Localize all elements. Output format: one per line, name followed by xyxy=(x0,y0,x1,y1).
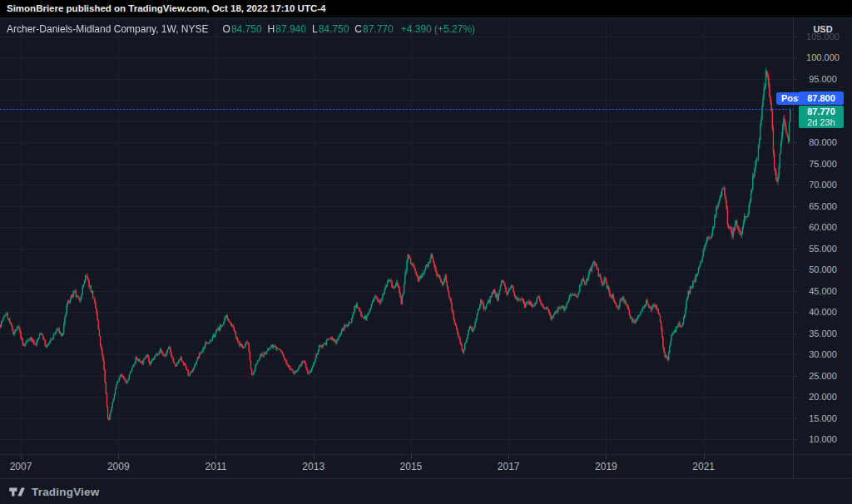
symbol-header: Archer-Daniels-Midland Company, 1W, NYSE… xyxy=(7,23,475,37)
ohlc-letter: C xyxy=(354,23,362,35)
year-tick xyxy=(21,455,22,459)
time-axis-label: 2009 xyxy=(107,461,130,472)
price-axis-label: 25.000 xyxy=(794,370,852,382)
price-axis-label: 50.000 xyxy=(794,264,852,275)
price-axis[interactable]: USD 105.000100.00095.00090.00085.00080.0… xyxy=(793,18,852,478)
time-axis-label: 2017 xyxy=(498,461,520,472)
price-axis-label: 100.000 xyxy=(794,52,852,63)
ohlc-value: 87.940 xyxy=(275,23,306,35)
year-tick xyxy=(606,455,607,459)
tradingview-wordmark[interactable]: TradingView xyxy=(32,486,99,498)
price-axis-label: 10.000 xyxy=(794,433,852,445)
price-axis-label: 60.000 xyxy=(794,221,852,233)
attribution-bar: TradingView xyxy=(0,478,852,504)
price-axis-label: 70.000 xyxy=(794,179,852,190)
publish-bar: SimonBriere published on TradingView.com… xyxy=(0,0,852,17)
ohlc-value: 84.750 xyxy=(319,23,349,35)
year-tick xyxy=(215,455,216,459)
price-axis-label: 105.000 xyxy=(794,31,852,42)
ohlc-values: O84.750H87.940L84.750C87.770 xyxy=(217,23,394,35)
price-axis-label: 20.000 xyxy=(794,391,852,403)
price-axis-label: 55.000 xyxy=(794,243,852,254)
time-axis-label: 2013 xyxy=(302,461,324,472)
publish-bar-text: SimonBriere published on TradingView.com… xyxy=(7,3,325,13)
symbol-title[interactable]: Archer-Daniels-Midland Company, 1W, NYSE xyxy=(7,23,209,35)
price-axis-label: 40.000 xyxy=(794,306,852,318)
ohlc-letter: H xyxy=(268,23,275,35)
price-axis-label: 35.000 xyxy=(794,328,852,339)
time-axis-label: 2021 xyxy=(692,461,715,472)
ohlc-letter: O xyxy=(223,23,230,35)
price-axis-label: 80.000 xyxy=(794,136,852,148)
price-axis-label: 65.000 xyxy=(794,200,852,212)
tradingview-snapshot: SimonBriere published on TradingView.com… xyxy=(0,0,852,504)
price-axis-label: 45.000 xyxy=(794,285,852,297)
last-price: 87.770 xyxy=(799,106,844,117)
year-tick xyxy=(704,455,705,459)
price-axis-label: 30.000 xyxy=(794,348,852,360)
ohlc-value: 87.770 xyxy=(363,23,394,35)
time-axis-label: 2015 xyxy=(400,461,423,472)
price-axis-label: 15.000 xyxy=(794,413,852,424)
price-axis-label: 75.000 xyxy=(794,158,852,170)
last-price-badge: 87.770 2d 23h xyxy=(799,106,844,128)
change-value: +4.390 (+5.27%) xyxy=(401,23,475,35)
price-axis-label: 95.000 xyxy=(794,73,852,85)
post-price-badge: 87.800 xyxy=(799,91,844,105)
bar-countdown: 2d 23h xyxy=(799,117,844,127)
chart-snapshot: Archer-Daniels-Midland Company, 1W, NYSE… xyxy=(0,17,852,504)
ohlc-letter: L xyxy=(312,23,318,35)
year-tick xyxy=(314,455,315,459)
time-axis-label: 2011 xyxy=(206,461,227,472)
time-axis-label: 2019 xyxy=(595,461,617,472)
year-tick xyxy=(508,455,509,459)
tradingview-logo-icon[interactable] xyxy=(8,485,26,499)
year-tick xyxy=(118,455,119,459)
ohlc-value: 84.750 xyxy=(231,23,262,35)
year-tick xyxy=(411,455,412,459)
candlestick-chart[interactable] xyxy=(0,18,793,454)
time-axis-label: 2007 xyxy=(10,461,32,472)
time-axis[interactable]: 20072009201120132015201720192021 xyxy=(0,454,852,478)
